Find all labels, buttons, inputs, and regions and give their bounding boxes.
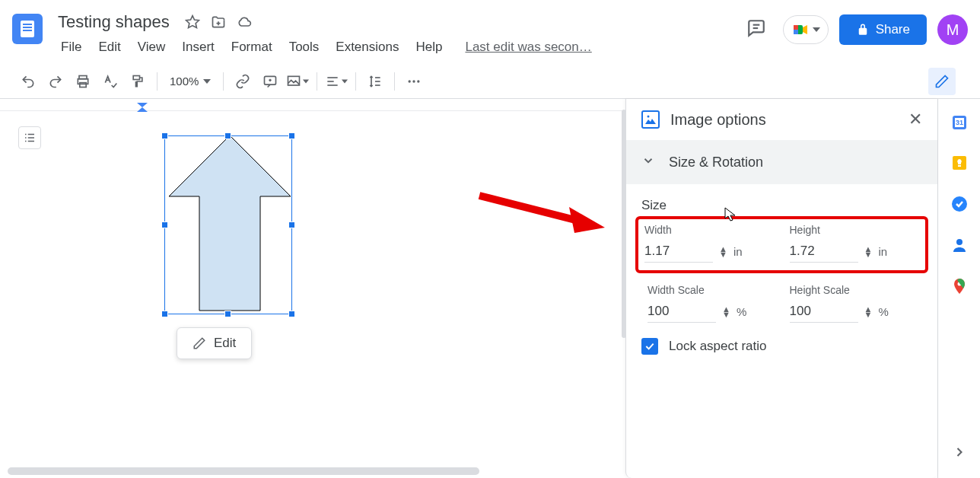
highlight-annotation: Width ▲▼ in Height ▲▼ in: [635, 216, 928, 273]
edit-shape-button[interactable]: Edit: [177, 327, 252, 359]
resize-handle[interactable]: [161, 311, 168, 317]
menu-view[interactable]: View: [130, 37, 173, 58]
lock-aspect-label: Lock aspect ratio: [669, 339, 767, 354]
more-icon[interactable]: [401, 69, 427, 94]
width-unit: in: [733, 245, 743, 258]
menu-tools[interactable]: Tools: [282, 37, 327, 58]
height-stepper[interactable]: ▲▼: [864, 247, 873, 257]
height-scale-stepper[interactable]: ▲▼: [864, 307, 873, 317]
height-scale-label: Height Scale: [790, 284, 917, 296]
redo-icon[interactable]: [43, 69, 68, 94]
size-heading: Size: [641, 198, 922, 213]
height-unit: in: [878, 245, 887, 258]
spellcheck-icon[interactable]: [97, 69, 123, 94]
svg-marker-29: [137, 107, 148, 112]
section-size-rotation-header[interactable]: Size & Rotation: [626, 140, 937, 184]
comments-icon[interactable]: [740, 12, 772, 47]
image-options-panel: Image options ✕ Size & Rotation Size Wid…: [625, 99, 937, 478]
document-title[interactable]: Testing shapes: [53, 11, 174, 33]
side-apps-bar: 31: [937, 99, 980, 478]
align-icon[interactable]: [323, 69, 349, 94]
account-avatar[interactable]: M: [937, 14, 968, 45]
workspace: Edit Image options ✕ Size & Rotation Siz…: [0, 99, 980, 478]
zoom-dropdown[interactable]: 100%: [164, 75, 217, 88]
svg-rect-45: [958, 165, 961, 167]
resize-handle[interactable]: [288, 311, 295, 317]
contacts-icon[interactable]: [950, 236, 969, 254]
resize-handle[interactable]: [161, 132, 168, 139]
editing-mode-icon[interactable]: [928, 68, 956, 95]
comment-icon[interactable]: [257, 69, 283, 94]
svg-point-47: [956, 239, 963, 245]
width-stepper[interactable]: ▲▼: [719, 247, 727, 257]
horizontal-scrollbar[interactable]: [8, 467, 479, 475]
undo-icon[interactable]: [15, 69, 41, 94]
last-edit-link[interactable]: Last edit was secon…: [465, 40, 591, 55]
resize-handle[interactable]: [161, 221, 168, 228]
share-button[interactable]: Share: [839, 14, 927, 45]
height-input[interactable]: [790, 241, 858, 263]
print-icon[interactable]: [70, 69, 96, 94]
image-icon: [641, 110, 660, 129]
menu-help[interactable]: Help: [408, 37, 450, 58]
line-spacing-icon[interactable]: [362, 69, 388, 94]
image-insert-icon[interactable]: [285, 69, 310, 94]
margin-marker-icon[interactable]: [137, 101, 148, 115]
svg-marker-39: [645, 119, 656, 124]
width-label: Width: [644, 224, 775, 236]
width-scale-input[interactable]: [648, 301, 716, 323]
svg-point-26: [413, 80, 415, 82]
svg-rect-6: [794, 30, 798, 34]
lock-aspect-checkbox[interactable]: [641, 338, 658, 355]
keep-icon[interactable]: [950, 154, 969, 172]
svg-text:31: 31: [955, 119, 963, 126]
header-right: Share M: [740, 12, 968, 47]
calendar-icon[interactable]: 31: [950, 113, 969, 131]
width-scale-unit: %: [737, 305, 746, 318]
menu-file[interactable]: File: [53, 37, 89, 58]
svg-point-25: [409, 80, 411, 82]
canvas[interactable]: Edit: [0, 99, 622, 478]
menu-extensions[interactable]: Extensions: [328, 37, 406, 58]
menu-edit[interactable]: Edit: [91, 37, 128, 58]
document-outline-icon[interactable]: [18, 126, 41, 149]
resize-handle[interactable]: [288, 221, 295, 228]
move-icon[interactable]: [211, 14, 226, 30]
share-label: Share: [876, 22, 910, 37]
width-scale-label: Width Scale: [648, 284, 775, 296]
svg-marker-4: [803, 25, 807, 34]
star-icon[interactable]: [185, 14, 200, 30]
height-scale-input[interactable]: [790, 301, 858, 323]
section-title: Size & Rotation: [669, 155, 763, 170]
paint-format-icon[interactable]: [125, 69, 151, 94]
meet-icon: [791, 21, 810, 39]
maps-icon[interactable]: [950, 277, 969, 295]
svg-marker-38: [569, 207, 605, 233]
svg-marker-7: [813, 27, 820, 32]
meet-button[interactable]: [783, 15, 829, 44]
tasks-icon[interactable]: [950, 195, 969, 213]
ruler[interactable]: [0, 99, 622, 111]
close-icon[interactable]: ✕: [908, 110, 922, 129]
menu-format[interactable]: Format: [224, 37, 280, 58]
svg-marker-17: [303, 79, 309, 83]
height-label: Height: [790, 224, 920, 236]
dropdown-caret-icon: [813, 26, 820, 33]
width-scale-stepper[interactable]: ▲▼: [722, 307, 730, 317]
height-scale-unit: %: [878, 305, 888, 318]
header-main: Testing shapes File Edit View Insert For…: [53, 6, 740, 58]
docs-logo-icon[interactable]: [12, 14, 43, 44]
svg-point-40: [648, 116, 650, 118]
annotation-arrow-icon: [472, 184, 609, 245]
resize-handle[interactable]: [288, 132, 295, 139]
lock-icon: [856, 23, 870, 37]
cloud-status-icon[interactable]: [237, 14, 252, 30]
chevron-right-icon[interactable]: [952, 445, 967, 463]
width-input[interactable]: [644, 241, 713, 263]
resize-handle[interactable]: [224, 311, 231, 317]
menu-insert[interactable]: Insert: [174, 37, 222, 58]
resize-handle[interactable]: [224, 132, 231, 139]
vertical-scrollbar[interactable]: [622, 110, 626, 338]
link-icon[interactable]: [230, 69, 256, 94]
selection-box[interactable]: [164, 135, 292, 314]
